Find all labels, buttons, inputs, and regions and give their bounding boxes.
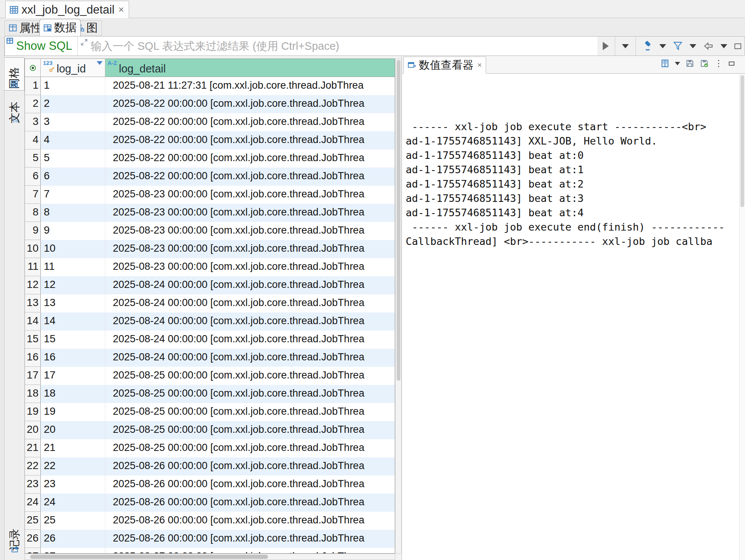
row-number-cell[interactable]: 6 bbox=[25, 168, 41, 186]
log-id-cell[interactable]: 18 bbox=[41, 385, 105, 403]
minimize-icon[interactable] bbox=[728, 60, 735, 67]
log-id-cell[interactable]: 26 bbox=[41, 530, 105, 548]
log-detail-cell[interactable]: 2025-08-26 00:00:00 [com.xxl.job.core.th… bbox=[105, 475, 395, 494]
log-detail-cell[interactable]: 2025-08-26 00:00:00 [com.xxl.job.core.th… bbox=[105, 494, 395, 512]
log-detail-cell[interactable]: 2025-08-24 00:00:00 [com.xxl.job.core.th… bbox=[105, 349, 395, 367]
row-number-cell[interactable]: 10 bbox=[25, 240, 41, 258]
row-number-cell[interactable]: 13 bbox=[25, 294, 41, 312]
chevron-down-icon[interactable] bbox=[675, 62, 680, 65]
log-detail-cell[interactable]: 2025-08-24 00:00:00 [com.xxl.job.core.th… bbox=[105, 312, 395, 331]
chevron-down-icon[interactable] bbox=[622, 44, 629, 48]
overflow-menu-icon[interactable]: ⋮ bbox=[714, 60, 723, 67]
log-detail-cell[interactable]: 2025-08-22 00:00:00 [com.xxl.job.core.th… bbox=[105, 113, 395, 131]
log-detail-cell[interactable]: 2025-08-23 00:00:00 [com.xxl.job.core.th… bbox=[105, 222, 395, 240]
log-detail-cell[interactable]: 2025-08-26 00:00:00 [com.xxl.job.core.th… bbox=[105, 530, 395, 548]
column-header-log-detail[interactable]: A-Z log_detail bbox=[105, 59, 395, 77]
row-number-cell[interactable]: 3 bbox=[25, 113, 41, 131]
row-number-cell[interactable]: 8 bbox=[25, 204, 41, 222]
log-detail-cell[interactable]: 2025-08-26 00:00:00 [com.xxl.job.core.th… bbox=[105, 512, 395, 530]
side-tab-text[interactable]: 文本 bbox=[5, 92, 25, 125]
log-id-cell[interactable]: 15 bbox=[41, 331, 105, 349]
log-id-cell[interactable]: 10 bbox=[41, 240, 105, 258]
row-number-cell[interactable]: 4 bbox=[25, 131, 41, 149]
expand-filter-icon[interactable] bbox=[78, 37, 91, 55]
row-number-cell[interactable]: 2 bbox=[25, 95, 41, 113]
row-number-cell[interactable]: 20 bbox=[25, 421, 41, 439]
row-number-cell[interactable]: 14 bbox=[25, 312, 41, 331]
scrollbar-thumb[interactable] bbox=[397, 60, 400, 381]
log-id-cell[interactable]: 4 bbox=[41, 131, 105, 149]
log-detail-cell[interactable]: 2025-08-22 00:00:00 [com.xxl.job.core.th… bbox=[105, 95, 395, 113]
row-number-cell[interactable]: 19 bbox=[25, 403, 41, 421]
log-id-cell[interactable]: 17 bbox=[41, 367, 105, 385]
row-number-cell[interactable]: 9 bbox=[25, 222, 41, 240]
log-detail-cell[interactable]: 2025-08-25 00:00:00 [com.xxl.job.core.th… bbox=[105, 439, 395, 457]
scrollbar-thumb[interactable] bbox=[740, 75, 744, 207]
close-icon[interactable]: × bbox=[118, 4, 124, 15]
chevron-down-icon[interactable] bbox=[690, 44, 696, 48]
log-detail-cell[interactable]: 2025-08-25 00:00:00 [com.xxl.job.core.th… bbox=[105, 421, 395, 439]
log-detail-cell[interactable]: 2025-08-24 00:00:00 [com.xxl.job.core.th… bbox=[105, 331, 395, 349]
log-id-cell[interactable]: 16 bbox=[41, 349, 105, 367]
log-id-cell[interactable]: 25 bbox=[41, 512, 105, 530]
log-detail-cell[interactable]: 2025-08-22 00:00:00 [com.xxl.job.core.th… bbox=[105, 168, 395, 186]
log-detail-cell[interactable]: 2025-08-24 00:00:00 [com.xxl.job.core.th… bbox=[105, 276, 395, 294]
log-id-cell[interactable]: 3 bbox=[41, 113, 105, 131]
close-icon[interactable]: × bbox=[477, 61, 482, 69]
side-tab-grid[interactable]: 网格 bbox=[5, 57, 25, 91]
grid-corner-button[interactable] bbox=[25, 59, 41, 77]
row-number-cell[interactable]: 24 bbox=[25, 494, 41, 512]
filter-funnel-icon[interactable] bbox=[673, 41, 683, 51]
tab-xxl-job-log-detail[interactable]: xxl_job_log_detail × bbox=[5, 1, 129, 18]
log-detail-cell[interactable]: 2025-08-27 00:00:00 [com.xxl.job.core.th… bbox=[105, 548, 395, 553]
log-detail-cell[interactable]: 2025-08-23 00:00:00 [com.xxl.job.core.th… bbox=[105, 186, 395, 204]
back-arrow-icon[interactable] bbox=[703, 41, 714, 51]
row-number-cell[interactable]: 15 bbox=[25, 331, 41, 349]
row-number-cell[interactable]: 7 bbox=[25, 186, 41, 204]
value-viewer-scrollbar[interactable] bbox=[739, 74, 745, 560]
row-number-cell[interactable]: 21 bbox=[25, 439, 41, 457]
log-id-cell[interactable]: 6 bbox=[41, 168, 105, 186]
save-apply-icon[interactable] bbox=[700, 59, 709, 68]
log-id-cell[interactable]: 9 bbox=[41, 222, 105, 240]
log-id-cell[interactable]: 11 bbox=[41, 258, 105, 276]
tab-value-viewer[interactable]: 数值查看器 × bbox=[403, 57, 486, 74]
row-number-cell[interactable]: 25 bbox=[25, 512, 41, 530]
log-detail-cell[interactable]: 2025-08-23 00:00:00 [com.xxl.job.core.th… bbox=[105, 240, 395, 258]
grid-horizontal-scrollbar[interactable] bbox=[25, 554, 395, 560]
log-detail-cell[interactable]: 2025-08-24 00:00:00 [com.xxl.job.core.th… bbox=[105, 294, 395, 312]
value-viewer-content[interactable]: ------ xxl-job job execute start -------… bbox=[406, 77, 738, 558]
row-number-cell[interactable]: 16 bbox=[25, 349, 41, 367]
log-detail-cell[interactable]: 2025-08-25 00:00:00 [com.xxl.job.core.th… bbox=[105, 367, 395, 385]
row-number-cell[interactable]: 12 bbox=[25, 276, 41, 294]
log-id-cell[interactable]: 2 bbox=[41, 95, 105, 113]
side-tab-record[interactable]: 记录 bbox=[5, 519, 25, 555]
log-id-cell[interactable]: 5 bbox=[41, 149, 105, 168]
chevron-down-icon[interactable] bbox=[720, 44, 727, 48]
log-detail-cell[interactable]: 2025-08-25 00:00:00 [com.xxl.job.core.th… bbox=[105, 403, 395, 421]
row-number-cell[interactable]: 22 bbox=[25, 457, 41, 475]
log-id-cell[interactable]: 14 bbox=[41, 312, 105, 331]
tab-data[interactable]: 数据 bbox=[39, 19, 81, 36]
log-id-cell[interactable]: 21 bbox=[41, 439, 105, 457]
log-id-cell[interactable]: 1 bbox=[41, 77, 105, 95]
log-detail-cell[interactable]: 2025-08-22 00:00:00 [com.xxl.job.core.th… bbox=[105, 131, 395, 149]
log-detail-cell[interactable]: 2025-08-23 00:00:00 [com.xxl.job.core.th… bbox=[105, 204, 395, 222]
log-detail-cell[interactable]: 2025-08-21 11:27:31 [com.xxl.job.core.th… bbox=[105, 77, 395, 95]
erase-filter-icon[interactable] bbox=[642, 41, 653, 51]
sql-filter-input[interactable] bbox=[91, 37, 597, 55]
sort-dropdown-icon[interactable] bbox=[97, 61, 103, 65]
log-detail-cell[interactable]: 2025-08-23 00:00:00 [com.xxl.job.core.th… bbox=[105, 258, 395, 276]
save-icon[interactable] bbox=[685, 59, 694, 68]
show-sql-button[interactable]: Show SQL bbox=[5, 37, 78, 55]
log-id-cell[interactable]: 22 bbox=[41, 457, 105, 475]
apply-filter-icon[interactable] bbox=[603, 42, 609, 50]
log-id-cell[interactable]: 24 bbox=[41, 494, 105, 512]
log-id-cell[interactable]: 7 bbox=[41, 186, 105, 204]
log-id-cell[interactable]: 19 bbox=[41, 403, 105, 421]
log-detail-cell[interactable]: 2025-08-26 00:00:00 [com.xxl.job.core.th… bbox=[105, 457, 395, 475]
word-wrap-icon[interactable] bbox=[660, 59, 670, 68]
log-id-cell[interactable]: 27 bbox=[41, 548, 105, 553]
log-id-cell[interactable]: 23 bbox=[41, 475, 105, 494]
row-number-cell[interactable]: 23 bbox=[25, 475, 41, 494]
